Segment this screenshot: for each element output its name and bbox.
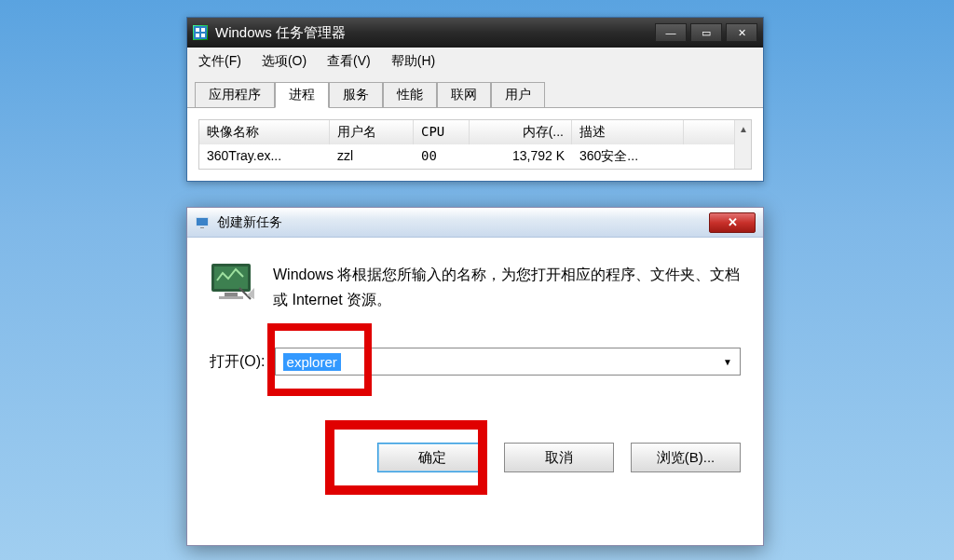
dialog-title: 创建新任务 [217,214,709,231]
col-memory[interactable]: 内存(... [470,120,572,144]
dialog-titlebar[interactable]: 创建新任务 ✕ [187,208,763,238]
cell-user: zzl [330,144,414,169]
run-program-icon [210,262,256,301]
dialog-close-button[interactable]: ✕ [709,212,756,233]
svg-rect-11 [219,296,243,299]
dialog-description: Windows 将根据您所输入的名称，为您打开相应的程序、文件夹、文档或 Int… [273,262,741,312]
menu-view[interactable]: 查看(V) [323,51,375,72]
menu-options[interactable]: 选项(O) [258,51,310,72]
tab-users[interactable]: 用户 [491,82,545,108]
cancel-button[interactable]: 取消 [504,443,614,472]
col-user[interactable]: 用户名 [330,120,414,144]
open-input-value[interactable]: explorer [283,353,341,371]
cell-cpu: 00 [414,144,470,169]
table-row[interactable]: 360Tray.ex... zzl 00 13,792 K 360安全... [199,144,751,169]
tab-content: 映像名称 用户名 CPU 内存(... 描述 360Tray.ex... zzl… [187,108,763,181]
tabstrip: 应用程序 进程 服务 性能 联网 用户 [187,75,763,108]
menu-help[interactable]: 帮助(H) [388,51,439,72]
open-label: 打开(O): [210,352,266,372]
cell-image: 360Tray.ex... [199,144,330,169]
scrollbar[interactable]: ▲ [734,120,751,169]
ok-button[interactable]: 确定 [377,443,487,472]
close-button[interactable]: ✕ [726,23,757,42]
tab-processes[interactable]: 进程 [275,82,329,108]
cell-desc: 360安全... [572,144,684,169]
svg-rect-1 [196,28,199,32]
dropdown-arrow-icon[interactable]: ▼ [723,357,732,367]
process-table: 映像名称 用户名 CPU 内存(... 描述 360Tray.ex... zzl… [198,119,752,170]
col-description[interactable]: 描述 [572,120,684,144]
svg-rect-6 [197,218,208,225]
scroll-up-icon[interactable]: ▲ [735,120,752,137]
create-task-dialog: 创建新任务 ✕ Windows 将根据您所输入的名称，为您打开相应的程序、文件夹… [186,207,764,546]
menubar: 文件(F) 选项(O) 查看(V) 帮助(H) [187,48,763,75]
table-header: 映像名称 用户名 CPU 内存(... 描述 [199,120,751,144]
taskmgr-icon [193,25,208,40]
run-icon [195,215,210,230]
col-cpu[interactable]: CPU [414,120,470,144]
cell-mem: 13,792 K [470,144,572,169]
svg-rect-3 [196,34,199,37]
dialog-button-row: 确定 取消 浏览(B)... [210,443,741,472]
minimize-button[interactable]: — [655,23,687,42]
svg-rect-2 [201,28,205,32]
browse-button[interactable]: 浏览(B)... [631,443,741,472]
open-combobox[interactable]: explorer ▼ [275,348,741,376]
maximize-button[interactable]: ▭ [690,23,722,42]
col-image-name[interactable]: 映像名称 [199,120,330,144]
task-manager-window: Windows 任务管理器 — ▭ ✕ 文件(F) 选项(O) 查看(V) 帮助… [186,17,764,182]
tab-services[interactable]: 服务 [329,82,383,108]
tab-applications[interactable]: 应用程序 [195,82,275,108]
svg-rect-4 [201,34,205,37]
menu-file[interactable]: 文件(F) [195,51,245,72]
taskmgr-title: Windows 任务管理器 [215,24,655,42]
tab-performance[interactable]: 性能 [383,82,437,108]
tab-networking[interactable]: 联网 [437,82,491,108]
taskmgr-titlebar[interactable]: Windows 任务管理器 — ▭ ✕ [187,18,763,48]
svg-rect-10 [225,293,238,296]
dialog-body: Windows 将根据您所输入的名称，为您打开相应的程序、文件夹、文档或 Int… [187,238,763,485]
open-combo-wrap: explorer ▼ [275,348,741,376]
window-buttons: — ▭ ✕ [655,23,757,42]
svg-rect-7 [200,227,204,228]
